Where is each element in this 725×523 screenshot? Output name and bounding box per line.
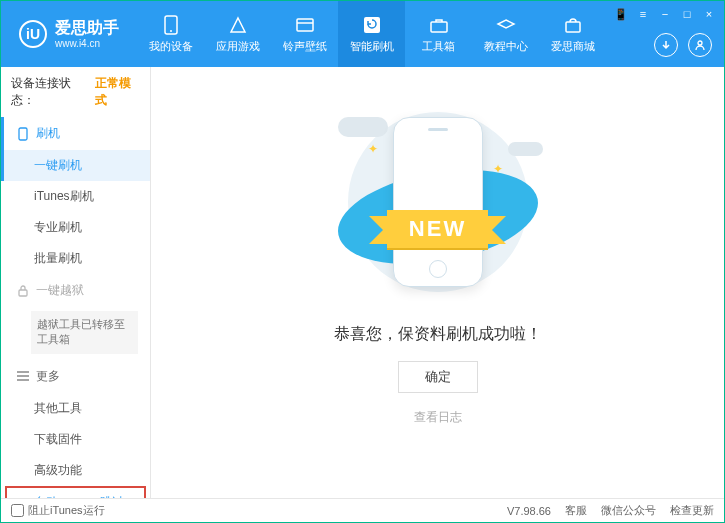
toolbox-icon: [429, 15, 449, 35]
nav-my-device[interactable]: 我的设备: [137, 1, 204, 67]
main-content: NEW ✦ ✦ 恭喜您，保资料刷机成功啦！ 确定 查看日志: [151, 67, 724, 498]
sidebar-item-batch-flash[interactable]: 批量刷机: [4, 243, 150, 274]
nav-apps[interactable]: 应用游戏: [204, 1, 271, 67]
svg-point-6: [698, 41, 702, 45]
sidebar-item-advanced[interactable]: 高级功能: [4, 455, 150, 486]
list-icon: [16, 369, 30, 383]
wechat-link[interactable]: 微信公众号: [601, 503, 656, 518]
checkbox-label: 阻止iTunes运行: [28, 503, 105, 518]
sidebar: 设备连接状态： 正常模式 刷机 一键刷机 iTunes刷机 专业刷机 批量刷机 …: [1, 67, 151, 498]
svg-rect-8: [19, 290, 27, 296]
hat-icon: [496, 15, 516, 35]
section-title: 更多: [36, 368, 60, 385]
ok-button[interactable]: 确定: [398, 361, 478, 393]
section-title: 一键越狱: [36, 282, 84, 299]
checkbox-input[interactable]: [11, 504, 24, 517]
options-highlight-box: 自动激活 跳过向导: [5, 486, 146, 498]
user-icon[interactable]: [688, 33, 712, 57]
svg-point-1: [170, 30, 172, 32]
sidebar-item-itunes-flash[interactable]: iTunes刷机: [4, 181, 150, 212]
sidebar-item-pro-flash[interactable]: 专业刷机: [4, 212, 150, 243]
nav-label: 应用游戏: [216, 39, 260, 54]
success-message: 恭喜您，保资料刷机成功啦！: [334, 324, 542, 345]
update-link[interactable]: 检查更新: [670, 503, 714, 518]
section-flash[interactable]: 刷机: [1, 117, 150, 150]
section-title: 刷机: [36, 125, 60, 142]
new-ribbon: NEW: [387, 210, 488, 248]
checkbox-skip-guide[interactable]: 跳过向导: [83, 494, 135, 498]
section-jailbreak[interactable]: 一键越狱: [1, 274, 150, 307]
sidebar-item-oneclick-flash[interactable]: 一键刷机: [1, 150, 150, 181]
nav-flash[interactable]: 智能刷机: [338, 1, 405, 67]
svg-rect-4: [431, 22, 447, 32]
store-icon: [563, 15, 583, 35]
app-header: iU 爱思助手 www.i4.cn 我的设备 应用游戏 铃声壁纸 智能刷机 工具…: [1, 1, 724, 67]
apps-icon: [228, 15, 248, 35]
version-text: V7.98.66: [507, 505, 551, 517]
nav-toolbox[interactable]: 工具箱: [405, 1, 472, 67]
nav-label: 铃声壁纸: [283, 39, 327, 54]
app-name: 爱思助手: [55, 18, 119, 37]
nav-label: 智能刷机: [350, 39, 394, 54]
connection-status: 设备连接状态： 正常模式: [1, 67, 150, 117]
download-icon[interactable]: [654, 33, 678, 57]
phone-icon: [161, 15, 181, 35]
status-label: 设备连接状态：: [11, 75, 91, 109]
nav-store[interactable]: 爱思商城: [539, 1, 606, 67]
logo-block: iU 爱思助手 www.i4.cn: [1, 18, 137, 49]
nav-label: 工具箱: [422, 39, 455, 54]
titlebar-device-icon[interactable]: 📱: [614, 7, 628, 21]
maximize-icon[interactable]: □: [680, 7, 694, 21]
checkbox-auto-activate[interactable]: 自动激活: [17, 494, 69, 498]
app-url: www.i4.cn: [55, 38, 119, 50]
main-nav: 我的设备 应用游戏 铃声壁纸 智能刷机 工具箱 教程中心 爱思商城: [137, 1, 606, 67]
titlebar-controls: 📱 ≡ − □ ×: [614, 7, 716, 21]
status-value: 正常模式: [95, 75, 140, 109]
close-icon[interactable]: ×: [702, 7, 716, 21]
nav-ringtones[interactable]: 铃声壁纸: [271, 1, 338, 67]
nav-label: 我的设备: [149, 39, 193, 54]
media-icon: [295, 15, 315, 35]
nav-label: 爱思商城: [551, 39, 595, 54]
sparkle-icon: ✦: [493, 162, 503, 176]
checkbox-label: 自动激活: [34, 494, 69, 498]
nav-tutorials[interactable]: 教程中心: [472, 1, 539, 67]
logo-icon: iU: [19, 20, 47, 48]
nav-label: 教程中心: [484, 39, 528, 54]
svg-rect-2: [297, 19, 313, 31]
svg-rect-7: [19, 128, 27, 140]
svg-rect-5: [566, 22, 580, 32]
sidebar-item-download-fw[interactable]: 下载固件: [4, 424, 150, 455]
status-bar: 阻止iTunes运行 V7.98.66 客服 微信公众号 检查更新: [1, 498, 724, 522]
phone-icon: [16, 127, 30, 141]
titlebar-menu-icon[interactable]: ≡: [636, 7, 650, 21]
minimize-icon[interactable]: −: [658, 7, 672, 21]
jailbreak-note: 越狱工具已转移至工具箱: [31, 311, 138, 354]
sidebar-item-other-tools[interactable]: 其他工具: [4, 393, 150, 424]
service-link[interactable]: 客服: [565, 503, 587, 518]
lock-icon: [16, 284, 30, 298]
checkbox-label: 跳过向导: [100, 494, 135, 498]
refresh-icon: [362, 15, 382, 35]
checkbox-block-itunes[interactable]: 阻止iTunes运行: [11, 503, 105, 518]
success-illustration: NEW ✦ ✦: [328, 102, 548, 302]
sparkle-icon: ✦: [368, 142, 378, 156]
section-more[interactable]: 更多: [1, 360, 150, 393]
view-log-link[interactable]: 查看日志: [414, 409, 462, 426]
